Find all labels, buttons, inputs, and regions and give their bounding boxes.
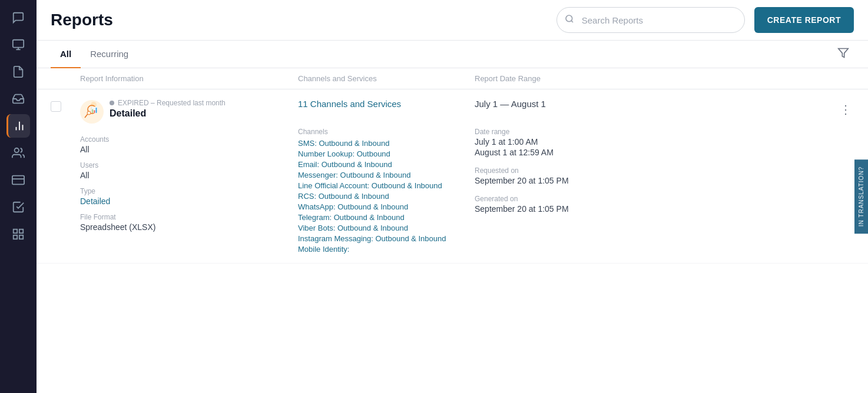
generated-on-label: Generated on (475, 195, 830, 203)
sidebar-icon-grid[interactable] (6, 222, 30, 246)
date-range-label: Date range (475, 128, 830, 136)
date-summary: July 1 — August 1 (475, 99, 830, 109)
users-group: Users All (80, 161, 298, 180)
svg-rect-10 (19, 229, 23, 233)
report-detail-section: Accounts All Users All Type Detailed Fil… (80, 135, 298, 232)
status-text: EXPIRED – Requested last month (118, 99, 226, 107)
channels-cell: 11 Channels and Services Channels SMS: O… (298, 99, 475, 254)
search-input[interactable] (556, 7, 745, 33)
channel-item-2: Email: Outbound & Inbound (298, 160, 475, 169)
report-icon: 📊 (80, 100, 104, 124)
sidebar-icon-reports[interactable] (6, 114, 30, 138)
type-value: Detailed (80, 196, 298, 206)
svg-rect-12 (19, 235, 23, 239)
page-title: Reports (51, 11, 547, 29)
search-icon (565, 14, 574, 26)
sidebar-icon-chat[interactable] (6, 6, 30, 29)
type-label: Type (80, 187, 298, 195)
file-format-value: Spreadsheet (XLSX) (80, 222, 298, 232)
accounts-value: All (80, 145, 298, 154)
users-label: Users (80, 161, 298, 169)
svg-rect-9 (14, 229, 17, 233)
col-header-channels: Channels and Services (298, 74, 475, 83)
svg-marker-15 (839, 48, 849, 57)
report-icon-row: 📊 EXPIRED – Requested last month Detaile… (80, 99, 298, 124)
channel-item-4: Line Official Account: Outbound & Inboun… (298, 181, 475, 190)
col-header-date-range: Report Date Range (475, 74, 830, 83)
col-header-report-info: Report Information (80, 74, 298, 83)
checkbox-cell (51, 99, 80, 112)
sidebar-icon-forms[interactable] (6, 195, 30, 219)
sidebar-icon-contacts[interactable] (6, 60, 30, 84)
channel-item-8: Viber Bots: Outbound & Inbound (298, 224, 475, 232)
report-meta: EXPIRED – Requested last month Detailed (110, 99, 226, 119)
tab-all[interactable]: All (51, 41, 81, 68)
report-info-cell: 📊 EXPIRED – Requested last month Detaile… (80, 99, 298, 232)
sidebar (0, 0, 37, 393)
channel-item-0: SMS: Outbound & Inbound (298, 139, 475, 148)
translation-tab[interactable]: IN TRANSLATION? (854, 159, 868, 234)
search-wrapper (556, 7, 745, 33)
accounts-group: Accounts All (80, 135, 298, 154)
file-format-label: File Format (80, 213, 298, 221)
date-range-cell: July 1 — August 1 Date range July 1 at 1… (475, 99, 830, 214)
requested-on-value: September 20 at 1:05 PM (475, 176, 830, 185)
channels-summary: 11 Channels and Services (298, 99, 475, 109)
svg-rect-0 (13, 40, 24, 48)
column-headers: Report Information Channels and Services… (37, 68, 868, 89)
date-range-from: July 1 at 1:00 AM (475, 137, 830, 146)
generated-on-value: September 20 at 1:05 PM (475, 204, 830, 214)
date-range-group: Date range July 1 at 1:00 AM August 1 at… (475, 128, 830, 157)
sidebar-icon-people[interactable] (6, 141, 30, 165)
status-dot (110, 101, 114, 105)
table-row: 📊 EXPIRED – Requested last month Detaile… (37, 89, 868, 264)
requested-on-group: Requested on September 20 at 1:05 PM (475, 166, 830, 185)
channel-item-9: Instagram Messaging: Outbound & Inbound (298, 234, 475, 243)
filter-icon[interactable] (833, 42, 854, 66)
channel-list: Channels SMS: Outbound & Inbound Number … (298, 128, 475, 254)
svg-point-6 (15, 148, 19, 152)
create-report-button[interactable]: CREATE REPORT (754, 7, 854, 33)
svg-text:📊: 📊 (91, 106, 98, 114)
tab-recurring[interactable]: Recurring (81, 41, 138, 68)
sidebar-icon-inbox[interactable] (6, 87, 30, 111)
accounts-label: Accounts (80, 135, 298, 144)
more-options-button[interactable]: ⋮ (837, 101, 854, 118)
channel-item-10: Mobile Identity: (298, 245, 475, 254)
row-checkbox[interactable] (51, 101, 61, 112)
file-format-group: File Format Spreadsheet (XLSX) (80, 213, 298, 232)
svg-rect-7 (12, 176, 24, 185)
channel-item-7: Telegram: Outbound & Inbound (298, 213, 475, 222)
channel-item-1: Number Lookup: Outbound (298, 149, 475, 158)
channel-item-3: Messenger: Outbound & Inbound (298, 171, 475, 179)
date-detail-section: Date range July 1 at 1:00 AM August 1 at… (475, 128, 830, 214)
sidebar-icon-terminal[interactable] (6, 33, 30, 56)
channel-item-6: WhatsApp: Outbound & Inbound (298, 202, 475, 211)
sidebar-icon-billing[interactable] (6, 168, 30, 192)
main-content: Reports CREATE REPORT All Recurring Repo… (37, 0, 868, 393)
type-group: Type Detailed (80, 187, 298, 206)
svg-line-14 (571, 21, 573, 22)
status-row: EXPIRED – Requested last month (110, 99, 226, 107)
channels-label: Channels (298, 128, 475, 136)
table-area: Report Information Channels and Services… (37, 68, 868, 393)
date-range-to: August 1 at 12:59 AM (475, 148, 830, 157)
header: Reports CREATE REPORT (37, 0, 868, 41)
report-name: Detailed (110, 108, 226, 119)
tabs-bar: All Recurring (37, 41, 868, 68)
svg-rect-11 (14, 235, 17, 239)
channel-item-5: RCS: Outbound & Inbound (298, 192, 475, 201)
generated-on-group: Generated on September 20 at 1:05 PM (475, 195, 830, 214)
svg-point-13 (566, 15, 572, 22)
more-cell: ⋮ (830, 99, 854, 118)
users-value: All (80, 171, 298, 180)
requested-on-label: Requested on (475, 166, 830, 175)
